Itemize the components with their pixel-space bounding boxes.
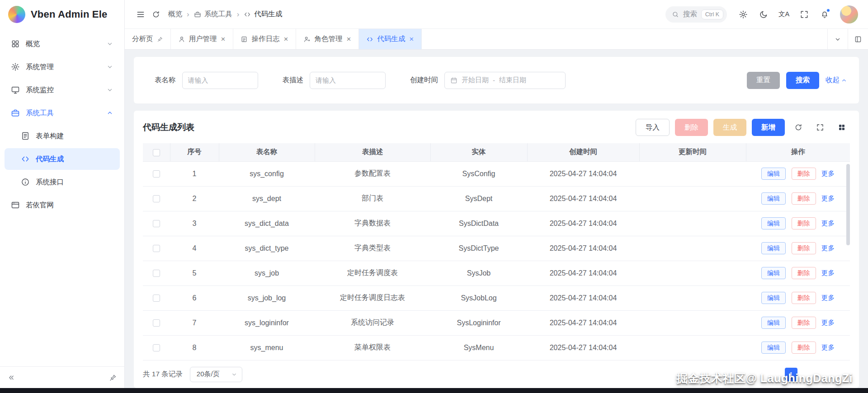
delete-button[interactable]: 删除 xyxy=(792,242,816,254)
delete-button[interactable]: 删除 xyxy=(792,168,816,180)
cell-table-desc: 字典类型表 xyxy=(315,236,430,261)
settings-button[interactable] xyxy=(735,6,752,23)
log-icon xyxy=(241,36,248,43)
more-button[interactable]: 更多 xyxy=(821,343,835,352)
avatar[interactable] xyxy=(840,5,858,23)
edit-button[interactable]: 编辑 xyxy=(761,267,786,279)
row-checkbox[interactable] xyxy=(153,344,160,351)
page-size-select[interactable]: 20条/页 xyxy=(190,367,242,382)
cell-created: 2025-04-27 14:04:04 xyxy=(527,236,639,261)
more-button[interactable]: 更多 xyxy=(821,219,835,228)
delete-button[interactable]: 删除 xyxy=(792,192,816,205)
sidebar-item-system-api[interactable]: 系统接口 xyxy=(5,171,120,193)
table-scrollbar[interactable] xyxy=(846,164,850,245)
global-search[interactable]: 搜索 Ctrl K xyxy=(665,6,727,23)
page-1-button[interactable]: 1 xyxy=(785,368,797,381)
sidebar-item-code-generation[interactable]: 代码生成 xyxy=(5,148,120,170)
sidebar-pin-button[interactable] xyxy=(109,374,117,382)
tab-operation-log[interactable]: 操作日志 × xyxy=(233,29,296,49)
import-button[interactable]: 导入 xyxy=(636,119,670,136)
sidebar-item-system-tools[interactable]: 系统工具 xyxy=(5,102,120,124)
edit-button[interactable]: 编辑 xyxy=(761,342,786,354)
close-icon[interactable]: × xyxy=(283,35,288,43)
delete-button[interactable]: 删除 xyxy=(792,342,816,354)
cell-table-desc: 定时任务调度日志表 xyxy=(315,285,430,310)
delete-button[interactable]: 删除 xyxy=(792,317,816,329)
reset-button[interactable]: 重置 xyxy=(747,72,780,89)
edit-button[interactable]: 编辑 xyxy=(761,168,786,180)
table-refresh-button[interactable] xyxy=(790,119,807,136)
delete-button[interactable]: 删除 xyxy=(792,267,816,279)
breadcrumb-item-overview[interactable]: 概览 xyxy=(168,9,182,19)
logo[interactable]: Vben Admin Ele xyxy=(0,0,124,29)
tab-code-generation[interactable]: 代码生成 × xyxy=(359,29,422,49)
close-icon[interactable]: × xyxy=(346,35,351,43)
cell-table-name: sys_dict_data xyxy=(219,211,315,236)
row-checkbox[interactable] xyxy=(153,245,160,252)
table-fullscreen-button[interactable] xyxy=(812,119,828,136)
breadcrumb-item-system-tools[interactable]: 系统工具 xyxy=(194,9,232,19)
column-settings-button[interactable] xyxy=(834,119,850,136)
sidebar-item-ruoyi-site[interactable]: 若依官网 xyxy=(5,194,120,216)
more-button[interactable]: 更多 xyxy=(821,269,835,277)
notifications-button[interactable] xyxy=(816,6,833,23)
batch-delete-button[interactable]: 删除 xyxy=(675,119,708,136)
more-button[interactable]: 更多 xyxy=(821,294,835,302)
cell-actions: 编辑 删除 更多 xyxy=(746,161,850,186)
sidebar-item-overview[interactable]: 概览 xyxy=(5,33,120,55)
sidebar-collapse-button[interactable] xyxy=(7,374,15,382)
cell-entity: SysJobLog xyxy=(430,285,527,310)
close-icon[interactable]: × xyxy=(409,35,414,43)
overview-icon xyxy=(11,39,20,48)
collapse-filter-link[interactable]: 收起 xyxy=(826,75,847,85)
more-button[interactable]: 更多 xyxy=(821,244,835,253)
sidebar-item-system-monitor[interactable]: 系统监控 xyxy=(5,79,120,101)
more-button[interactable]: 更多 xyxy=(821,194,835,203)
row-checkbox[interactable] xyxy=(153,170,160,178)
table-desc-label: 表描述 xyxy=(283,75,304,85)
page-refresh-button[interactable] xyxy=(148,7,164,22)
edit-button[interactable]: 编辑 xyxy=(761,217,786,229)
more-button[interactable]: 更多 xyxy=(821,318,835,327)
row-checkbox[interactable] xyxy=(153,270,160,277)
close-icon[interactable]: × xyxy=(221,35,226,43)
row-checkbox[interactable] xyxy=(153,319,160,327)
content-maximize-button[interactable] xyxy=(848,29,868,49)
delete-button[interactable]: 删除 xyxy=(792,217,816,229)
date-range-picker[interactable]: 开始日期 - 结束日期 xyxy=(444,72,566,89)
tab-role-management[interactable]: 角色管理 × xyxy=(296,29,359,49)
breadcrumb-item-code-generation[interactable]: 代码生成 xyxy=(244,9,282,19)
generate-button[interactable]: 生成 xyxy=(713,119,746,136)
language-button[interactable]: 文A xyxy=(775,6,793,23)
row-checkbox[interactable] xyxy=(153,195,160,202)
sidebar-item-system-management[interactable]: 系统管理 xyxy=(5,56,120,78)
app-root: Vben Admin Ele 概览 系统管理 系统监控 系统工具 xyxy=(0,0,868,388)
tab-user-management[interactable]: 用户管理 × xyxy=(171,29,234,49)
row-checkbox[interactable] xyxy=(153,220,160,227)
theme-toggle-button[interactable] xyxy=(755,6,772,23)
delete-button[interactable]: 删除 xyxy=(792,292,816,304)
code-icon xyxy=(366,36,373,43)
cell-table-desc: 菜单权限表 xyxy=(315,335,430,360)
sidebar-item-form-builder[interactable]: 表单构建 xyxy=(5,125,120,147)
tab-analysis[interactable]: 分析页 xyxy=(125,29,171,49)
fullscreen-button[interactable] xyxy=(796,6,813,23)
select-all-checkbox[interactable] xyxy=(153,149,160,156)
more-button[interactable]: 更多 xyxy=(821,169,835,178)
row-checkbox[interactable] xyxy=(153,295,160,302)
cell-actions: 编辑 删除 更多 xyxy=(746,186,850,211)
edit-button[interactable]: 编辑 xyxy=(761,192,786,205)
cell-table-name: sys_menu xyxy=(219,335,315,360)
table-name-label: 表名称 xyxy=(155,75,176,85)
edit-button[interactable]: 编辑 xyxy=(761,292,786,304)
cell-no: 7 xyxy=(170,310,219,335)
breadcrumb-separator: › xyxy=(187,10,189,18)
sidebar-toggle-button[interactable] xyxy=(133,7,148,22)
tab-list-dropdown-button[interactable] xyxy=(827,29,848,49)
table-name-input[interactable] xyxy=(182,72,258,89)
search-button[interactable]: 搜索 xyxy=(786,72,819,89)
add-button[interactable]: 新增 xyxy=(752,119,785,136)
table-desc-input[interactable] xyxy=(310,72,386,89)
edit-button[interactable]: 编辑 xyxy=(761,317,786,329)
edit-button[interactable]: 编辑 xyxy=(761,242,786,254)
